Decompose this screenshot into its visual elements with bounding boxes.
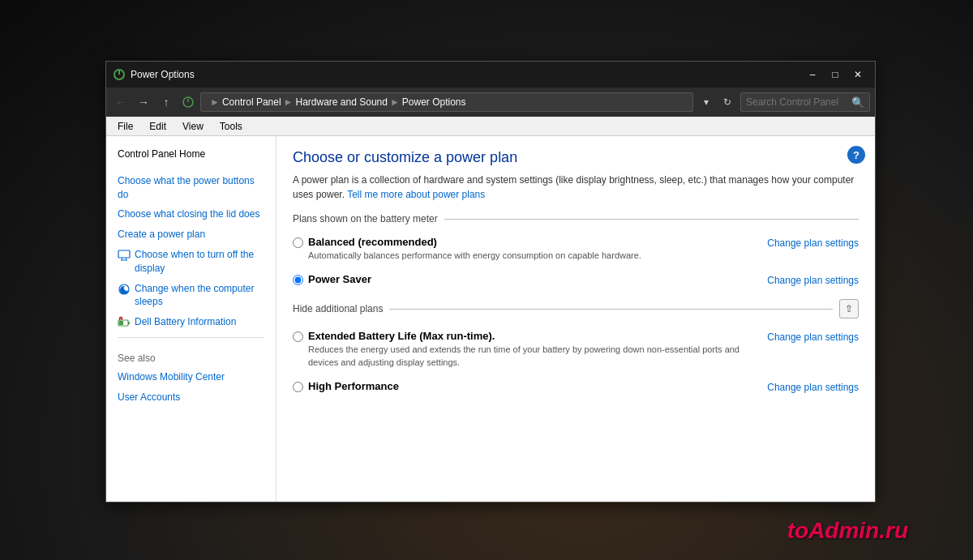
menu-edit[interactable]: Edit	[141, 119, 174, 134]
address-bar: ← → ↑ ► Control Panel ► Hardware and Sou…	[106, 88, 875, 117]
sidebar: Control Panel Home Choose what the power…	[106, 136, 276, 502]
title-bar: Power Options – □ ✕	[106, 62, 875, 88]
tell-me-more-link[interactable]: Tell me more about power plans	[347, 189, 485, 200]
balanced-plan-desc: Automatically balances performance with …	[308, 250, 767, 262]
sidebar-control-panel-home[interactable]: Control Panel Home	[106, 144, 276, 165]
power-saver-plan-name: Power Saver	[308, 273, 767, 285]
search-input[interactable]	[746, 96, 848, 108]
back-button[interactable]: ←	[111, 92, 131, 112]
power-saver-radio[interactable]	[293, 275, 303, 285]
window-title: Power Options	[131, 69, 802, 80]
watermark: toAdmin.ru	[787, 518, 908, 544]
refresh-button[interactable]: ↻	[718, 92, 737, 112]
path-hardware-sound[interactable]: Hardware and Sound	[296, 96, 388, 108]
extended-battery-radio[interactable]	[293, 331, 303, 342]
high-performance-plan-name: High Performance	[308, 380, 767, 392]
search-box: 🔍	[740, 92, 870, 112]
see-also-label: See also	[106, 343, 276, 367]
sidebar-item-turn-off-display[interactable]: Choose when to turn off the display	[106, 245, 276, 279]
content-description: A power plan is a collection of hardware…	[293, 173, 859, 202]
maximize-button[interactable]: □	[825, 66, 846, 83]
balanced-radio[interactable]	[293, 237, 303, 248]
menu-bar: File Edit View Tools	[106, 117, 875, 136]
svg-rect-4	[118, 250, 130, 258]
sidebar-divider	[118, 337, 264, 338]
menu-view[interactable]: View	[174, 119, 212, 134]
sidebar-item-create-plan[interactable]: Create a power plan	[106, 224, 276, 245]
dropdown-button[interactable]: ▾	[697, 92, 716, 112]
high-performance-plan-row: High Performance Change plan settings	[293, 377, 859, 396]
svg-rect-10	[128, 322, 130, 324]
sidebar-mobility-center[interactable]: Windows Mobility Center	[106, 367, 276, 387]
extended-battery-plan-row: Extended Battery Life (Max run-time). Re…	[293, 327, 859, 372]
svg-text:A: A	[120, 318, 122, 321]
address-actions: ▾ ↻	[697, 92, 737, 112]
power-saver-change-link[interactable]: Change plan settings	[767, 273, 859, 286]
sidebar-user-accounts[interactable]: User Accounts	[106, 387, 276, 408]
minimize-button[interactable]: –	[802, 66, 823, 83]
window-controls: – □ ✕	[802, 66, 868, 83]
sidebar-item-computer-sleeps[interactable]: Change when the computer sleeps	[106, 279, 276, 313]
content-area: ? Choose or customize a power plan A pow…	[276, 136, 875, 502]
plans-section-label: Plans shown on the battery meter	[293, 213, 444, 224]
svg-rect-11	[119, 321, 123, 325]
menu-tools[interactable]: Tools	[212, 119, 251, 134]
balanced-plan-name: Balanced (recommended)	[308, 236, 767, 248]
up-button[interactable]: ↑	[156, 92, 176, 112]
main-layout: Control Panel Home Choose what the power…	[106, 136, 875, 502]
extended-battery-plan-name: Extended Battery Life (Max run-time).	[308, 330, 767, 342]
close-button[interactable]: ✕	[847, 66, 868, 83]
hide-plans-label: Hide additional plans	[293, 303, 389, 314]
content-title: Choose or customize a power plan	[293, 149, 859, 166]
address-path: ► Control Panel ► Hardware and Sound ► P…	[200, 92, 693, 112]
hide-plans-section-header: Hide additional plans ⇧	[293, 299, 859, 318]
extended-battery-change-link[interactable]: Change plan settings	[767, 330, 859, 343]
balanced-change-link[interactable]: Change plan settings	[767, 236, 859, 249]
sidebar-item-power-buttons[interactable]: Choose what the power buttons do	[106, 171, 276, 205]
menu-file[interactable]: File	[109, 119, 141, 134]
power-options-window: Power Options – □ ✕ ← → ↑ ► Control Pane…	[105, 61, 876, 502]
sidebar-item-closing-lid[interactable]: Choose what closing the lid does	[106, 204, 276, 224]
toggle-additional-plans[interactable]: ⇧	[839, 299, 859, 318]
high-performance-radio[interactable]	[293, 382, 303, 392]
extended-battery-plan-desc: Reduces the energy used and extends the …	[308, 344, 767, 369]
power-saver-plan-row: Power Saver Change plan settings	[293, 270, 859, 289]
search-icon: 🔍	[851, 96, 864, 109]
path-power-options[interactable]: Power Options	[402, 96, 466, 108]
balanced-plan-row: Balanced (recommended) Automatically bal…	[293, 233, 859, 265]
path-control-panel[interactable]: Control Panel	[222, 96, 281, 108]
plans-section-header: Plans shown on the battery meter	[293, 213, 859, 224]
forward-button[interactable]: →	[134, 92, 153, 112]
monitor-icon	[118, 249, 131, 262]
high-performance-change-link[interactable]: Change plan settings	[767, 380, 859, 393]
sidebar-item-dell-battery[interactable]: A Dell Battery Information	[106, 312, 276, 332]
battery-icon: A	[118, 316, 131, 329]
help-button[interactable]: ?	[847, 146, 865, 164]
breadcrumb-icon	[182, 96, 195, 109]
window-icon	[113, 68, 126, 81]
sleep-icon	[118, 283, 131, 296]
